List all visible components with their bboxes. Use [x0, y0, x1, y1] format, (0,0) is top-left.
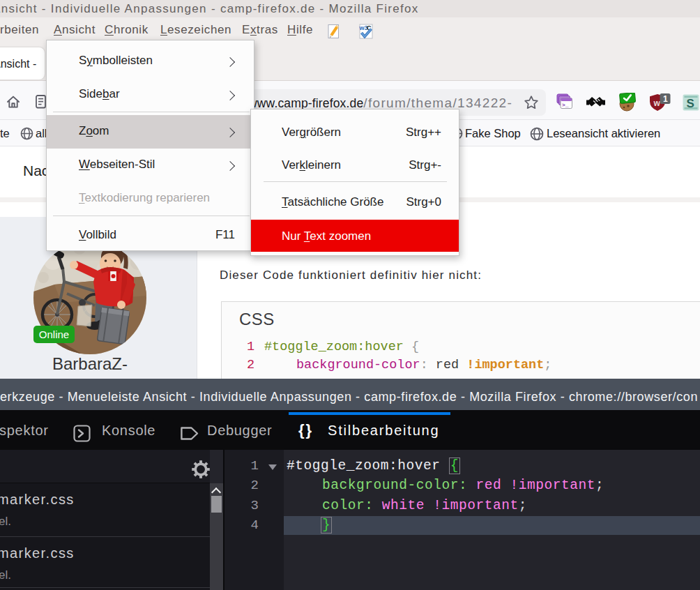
svg-text:1: 1 — [663, 94, 668, 104]
svg-text:w: w — [653, 98, 661, 108]
svg-text:>_: >_ — [562, 102, 569, 108]
svg-text:S: S — [687, 97, 694, 110]
